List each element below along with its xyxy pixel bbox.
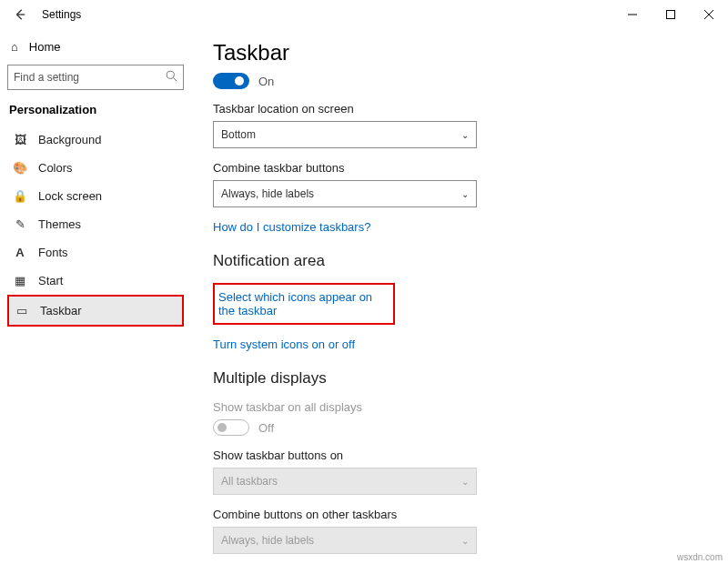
sidebar-item-taskbar[interactable]: ▭ Taskbar (7, 295, 184, 327)
select-value: Always, hide labels (221, 187, 461, 200)
taskbar-location-select[interactable]: Bottom ⌄ (213, 121, 477, 148)
toggle-label: Off (258, 421, 274, 435)
page-title: Taskbar (213, 40, 703, 65)
combine-buttons-select[interactable]: Always, hide labels ⌄ (213, 180, 477, 207)
select-value: Bottom (221, 128, 461, 141)
lock-icon: 🔒 (13, 189, 27, 203)
sidebar-item-label: Colors (38, 161, 73, 175)
show-all-displays-toggle[interactable] (213, 419, 249, 436)
search-input[interactable]: Find a setting (7, 65, 184, 90)
sidebar-item-label: Lock screen (38, 189, 102, 203)
sidebar-item-label: Fonts (38, 246, 68, 259)
home-label: Home (29, 40, 61, 54)
sidebar: ⌂ Home Find a setting Personalization 🖼 … (0, 29, 191, 564)
highlight-box: Select which icons appear on the taskbar (213, 283, 395, 325)
fonts-icon: A (13, 246, 27, 259)
field-label-show-all: Show taskbar on all displays (213, 400, 703, 414)
palette-icon: 🎨 (13, 161, 27, 175)
minimize-button[interactable] (613, 0, 652, 29)
themes-icon: ✎ (13, 217, 27, 231)
maximize-button[interactable] (652, 0, 690, 29)
search-placeholder: Find a setting (14, 71, 166, 84)
sidebar-item-themes[interactable]: ✎ Themes (7, 210, 184, 238)
svg-point-5 (167, 71, 174, 78)
search-icon (166, 70, 177, 85)
back-button[interactable] (7, 2, 33, 27)
heading-notification-area: Notification area (213, 252, 703, 270)
toggle-label: On (258, 75, 274, 88)
start-icon: ▦ (13, 274, 27, 287)
svg-line-6 (174, 78, 177, 82)
field-label-show-buttons: Show taskbar buttons on (213, 448, 703, 462)
picture-icon: 🖼 (13, 133, 27, 146)
maximize-icon (666, 10, 675, 19)
titlebar: Settings (0, 0, 728, 29)
main-panel: Taskbar On Taskbar location on screen Bo… (191, 29, 728, 564)
sidebar-item-label: Background (38, 133, 101, 146)
chevron-down-icon: ⌄ (461, 477, 469, 487)
svg-rect-2 (667, 11, 675, 19)
close-icon (704, 10, 713, 19)
toggle-switch[interactable] (213, 73, 249, 89)
select-value: Always, hide labels (221, 534, 461, 547)
field-label-combine: Combine taskbar buttons (213, 161, 703, 175)
section-heading: Personalization (9, 103, 184, 116)
field-label-combine-other: Combine buttons on other taskbars (213, 508, 703, 521)
heading-multiple-displays: Multiple displays (213, 369, 703, 388)
sidebar-item-colors[interactable]: 🎨 Colors (7, 154, 184, 182)
sidebar-item-start[interactable]: ▦ Start (7, 267, 184, 295)
customize-link[interactable]: How do I customize taskbars? (213, 220, 703, 234)
show-buttons-select[interactable]: All taskbars ⌄ (213, 468, 477, 495)
arrow-left-icon (14, 8, 26, 21)
field-label-location: Taskbar location on screen (213, 102, 703, 116)
minimize-icon (628, 10, 637, 19)
select-icons-link[interactable]: Select which icons appear on the taskbar (218, 290, 384, 317)
sidebar-item-label: Taskbar (40, 304, 82, 317)
chevron-down-icon: ⌄ (461, 130, 469, 140)
select-value: All taskbars (221, 475, 461, 488)
sidebar-item-lockscreen[interactable]: 🔒 Lock screen (7, 182, 184, 210)
home-icon: ⌂ (11, 40, 18, 54)
sidebar-item-fonts[interactable]: A Fonts (7, 238, 184, 267)
chevron-down-icon: ⌄ (461, 189, 469, 199)
sidebar-item-label: Start (38, 274, 63, 287)
watermark: wsxdn.com (677, 552, 723, 562)
combine-other-select[interactable]: Always, hide labels ⌄ (213, 527, 477, 554)
sidebar-item-background[interactable]: 🖼 Background (7, 126, 184, 154)
taskbar-icon: ▭ (15, 304, 29, 317)
chevron-down-icon: ⌄ (461, 536, 469, 546)
window-title: Settings (42, 8, 81, 21)
sidebar-item-label: Themes (38, 217, 81, 231)
close-button[interactable] (690, 0, 728, 29)
system-icons-link[interactable]: Turn system icons on or off (213, 337, 703, 351)
home-button[interactable]: ⌂ Home (7, 35, 184, 63)
